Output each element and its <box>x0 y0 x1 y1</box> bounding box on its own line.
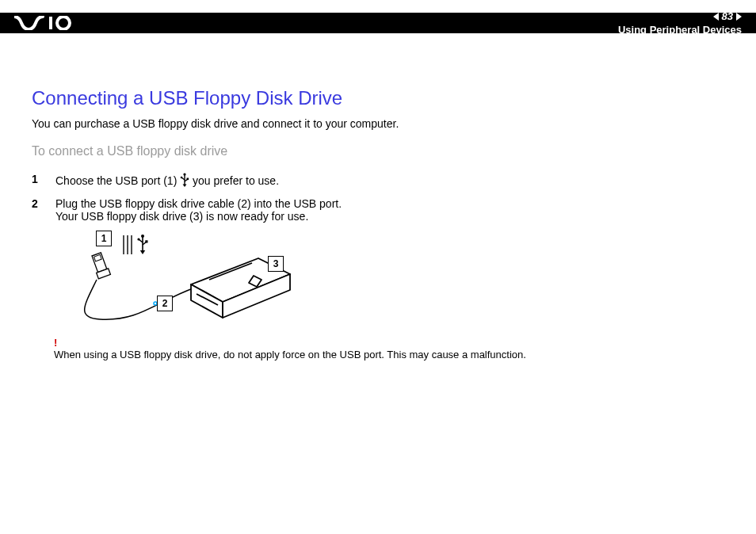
svg-point-1 <box>57 17 70 29</box>
nav-prev-icon[interactable] <box>713 13 719 21</box>
svg-rect-5 <box>187 178 189 181</box>
step-number: 2 <box>32 197 55 223</box>
content: Connecting a USB Floppy Disk Drive You c… <box>32 87 729 361</box>
svg-point-4 <box>181 177 183 179</box>
step-text-before: Choose the USB port (1) <box>55 174 180 187</box>
step-line: Plug the USB floppy disk drive cable (2)… <box>55 197 342 210</box>
diagram-label-3: 3 <box>268 256 284 272</box>
svg-marker-6 <box>183 185 187 188</box>
step-line: Your USB floppy disk drive (3) is now re… <box>55 210 342 223</box>
nav-next-icon[interactable] <box>736 13 742 21</box>
vaio-logo <box>14 13 82 33</box>
section-name: Using Peripheral Devices <box>618 24 742 36</box>
warning-text: When using a USB floppy disk drive, do n… <box>54 349 526 360</box>
header-right: 83 Using Peripheral Devices <box>618 10 742 36</box>
step-number: 1 <box>32 173 55 189</box>
warning: ! When using a USB floppy disk drive, do… <box>54 337 729 361</box>
intro-text: You can purchase a USB floppy disk drive… <box>32 117 729 130</box>
page-num-cluster: 83 <box>713 10 742 22</box>
usb-icon <box>180 173 189 189</box>
svg-rect-13 <box>145 240 147 242</box>
connection-diagram: 1 2 3 <box>52 231 306 334</box>
step-text: Plug the USB floppy disk drive cable (2)… <box>55 197 342 223</box>
svg-rect-0 <box>49 17 52 29</box>
steps-list: 1 Choose the USB port (1) you prefer to … <box>32 173 729 223</box>
diagram-label-1: 1 <box>96 231 112 246</box>
page-title: Connecting a USB Floppy Disk Drive <box>32 87 729 109</box>
diagram-label-2: 2 <box>157 296 173 311</box>
subtitle: To connect a USB floppy disk drive <box>32 144 729 158</box>
step-text: Choose the USB port (1) you prefer to us… <box>55 173 279 189</box>
diagram-svg <box>52 231 306 334</box>
step-row: 2 Plug the USB floppy disk drive cable (… <box>32 197 729 223</box>
step-row: 1 Choose the USB port (1) you prefer to … <box>32 173 729 189</box>
header-bar: 83 Using Peripheral Devices <box>0 13 756 33</box>
svg-point-12 <box>137 238 139 240</box>
warning-icon: ! <box>54 337 729 349</box>
step-text-after: you prefer to use. <box>193 174 279 187</box>
page-number: 83 <box>722 10 733 22</box>
svg-marker-14 <box>140 250 145 254</box>
